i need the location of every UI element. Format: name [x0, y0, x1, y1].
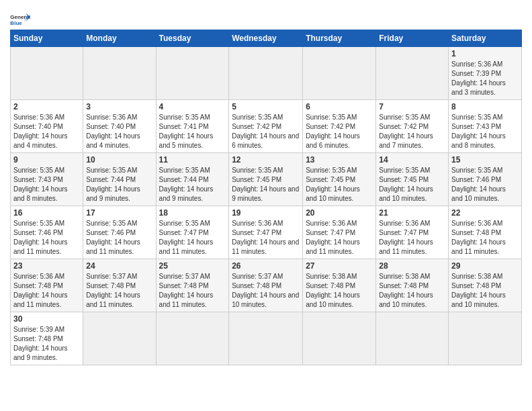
- calendar-cell: 21Sunrise: 5:36 AMSunset: 7:47 PMDayligh…: [376, 206, 449, 259]
- calendar-cell: 30Sunrise: 5:39 AMSunset: 7:48 PMDayligh…: [11, 312, 83, 365]
- calendar-cell: [229, 47, 303, 100]
- day-number: 28: [379, 261, 445, 271]
- calendar-cell: 18Sunrise: 5:35 AMSunset: 7:47 PMDayligh…: [156, 206, 229, 259]
- calendar-cell: [11, 47, 83, 100]
- day-number: 26: [232, 261, 300, 271]
- day-info: Sunrise: 5:38 AMSunset: 7:48 PMDaylight:…: [306, 272, 373, 310]
- calendar-cell: 9Sunrise: 5:35 AMSunset: 7:43 PMDaylight…: [11, 153, 83, 206]
- calendar-cell: 15Sunrise: 5:35 AMSunset: 7:46 PMDayligh…: [449, 153, 522, 206]
- calendar-cell: [303, 312, 376, 365]
- calendar-cell: [376, 312, 449, 365]
- day-number: 16: [13, 208, 80, 218]
- day-number: 5: [232, 102, 300, 111]
- day-info: Sunrise: 5:35 AMSunset: 7:46 PMDaylight:…: [13, 219, 80, 257]
- day-number: 9: [13, 155, 80, 165]
- calendar-cell: [449, 312, 522, 365]
- calendar-cell: 17Sunrise: 5:35 AMSunset: 7:46 PMDayligh…: [83, 206, 156, 259]
- calendar-cell: 12Sunrise: 5:35 AMSunset: 7:45 PMDayligh…: [229, 153, 303, 206]
- day-info: Sunrise: 5:35 AMSunset: 7:43 PMDaylight:…: [13, 166, 80, 203]
- day-info: Sunrise: 5:35 AMSunset: 7:46 PMDaylight:…: [451, 166, 519, 203]
- day-info: Sunrise: 5:38 AMSunset: 7:48 PMDaylight:…: [379, 272, 445, 310]
- day-info: Sunrise: 5:36 AMSunset: 7:48 PMDaylight:…: [451, 219, 519, 257]
- calendar-cell: [229, 312, 303, 365]
- calendar-cell: 26Sunrise: 5:37 AMSunset: 7:48 PMDayligh…: [229, 259, 303, 312]
- calendar-body: 1Sunrise: 5:36 AMSunset: 7:39 PMDaylight…: [11, 47, 522, 365]
- weekday-monday: Monday: [83, 30, 156, 47]
- calendar-cell: 8Sunrise: 5:35 AMSunset: 7:43 PMDaylight…: [449, 100, 522, 153]
- day-info: Sunrise: 5:36 AMSunset: 7:40 PMDaylight:…: [86, 113, 152, 150]
- weekday-wednesday: Wednesday: [229, 30, 303, 47]
- day-number: 6: [306, 102, 373, 111]
- calendar-cell: 20Sunrise: 5:36 AMSunset: 7:47 PMDayligh…: [303, 206, 376, 259]
- day-info: Sunrise: 5:35 AMSunset: 7:44 PMDaylight:…: [86, 166, 152, 203]
- calendar-cell: [156, 47, 229, 100]
- day-number: 12: [232, 155, 300, 165]
- day-number: 20: [306, 208, 373, 218]
- calendar-cell: 23Sunrise: 5:36 AMSunset: 7:48 PMDayligh…: [11, 259, 83, 312]
- calendar-cell: 2Sunrise: 5:36 AMSunset: 7:40 PMDaylight…: [11, 100, 83, 153]
- day-number: 18: [159, 208, 226, 218]
- calendar-cell: 7Sunrise: 5:35 AMSunset: 7:42 PMDaylight…: [376, 100, 449, 153]
- calendar-cell: [83, 312, 156, 365]
- day-number: 24: [86, 261, 152, 271]
- day-info: Sunrise: 5:35 AMSunset: 7:43 PMDaylight:…: [451, 113, 519, 150]
- day-number: 10: [86, 155, 152, 165]
- day-info: Sunrise: 5:35 AMSunset: 7:45 PMDaylight:…: [306, 166, 373, 203]
- calendar-cell: 25Sunrise: 5:37 AMSunset: 7:48 PMDayligh…: [156, 259, 229, 312]
- calendar-week-1: 1Sunrise: 5:36 AMSunset: 7:39 PMDaylight…: [11, 47, 522, 100]
- logo: General Blue: [10, 12, 30, 27]
- day-info: Sunrise: 5:36 AMSunset: 7:47 PMDaylight:…: [379, 219, 445, 257]
- day-info: Sunrise: 5:37 AMSunset: 7:48 PMDaylight:…: [232, 272, 300, 310]
- page-header: General Blue: [10, 7, 522, 27]
- day-info: Sunrise: 5:39 AMSunset: 7:48 PMDaylight:…: [13, 325, 80, 363]
- weekday-sunday: Sunday: [11, 30, 83, 47]
- calendar-cell: 10Sunrise: 5:35 AMSunset: 7:44 PMDayligh…: [83, 153, 156, 206]
- calendar-cell: 22Sunrise: 5:36 AMSunset: 7:48 PMDayligh…: [449, 206, 522, 259]
- day-info: Sunrise: 5:35 AMSunset: 7:44 PMDaylight:…: [159, 166, 226, 203]
- calendar-cell: 5Sunrise: 5:35 AMSunset: 7:42 PMDaylight…: [229, 100, 303, 153]
- day-number: 22: [451, 208, 519, 218]
- day-number: 23: [13, 261, 80, 271]
- day-number: 19: [232, 208, 300, 218]
- day-info: Sunrise: 5:36 AMSunset: 7:48 PMDaylight:…: [13, 272, 80, 310]
- calendar-cell: 4Sunrise: 5:35 AMSunset: 7:41 PMDaylight…: [156, 100, 229, 153]
- calendar-cell: 29Sunrise: 5:38 AMSunset: 7:48 PMDayligh…: [449, 259, 522, 312]
- day-info: Sunrise: 5:37 AMSunset: 7:48 PMDaylight:…: [86, 272, 152, 310]
- day-info: Sunrise: 5:35 AMSunset: 7:42 PMDaylight:…: [306, 113, 373, 150]
- day-info: Sunrise: 5:36 AMSunset: 7:39 PMDaylight:…: [451, 60, 519, 97]
- calendar-cell: [303, 47, 376, 100]
- calendar-cell: 19Sunrise: 5:36 AMSunset: 7:47 PMDayligh…: [229, 206, 303, 259]
- day-number: 8: [451, 102, 519, 111]
- day-info: Sunrise: 5:35 AMSunset: 7:42 PMDaylight:…: [232, 113, 300, 150]
- day-number: 4: [159, 102, 226, 111]
- day-number: 2: [13, 102, 80, 111]
- weekday-tuesday: Tuesday: [156, 30, 229, 47]
- weekday-saturday: Saturday: [449, 30, 522, 47]
- day-number: 15: [451, 155, 519, 165]
- calendar-week-6: 30Sunrise: 5:39 AMSunset: 7:48 PMDayligh…: [11, 312, 522, 365]
- day-number: 11: [159, 155, 226, 165]
- day-number: 7: [379, 102, 445, 111]
- day-number: 29: [451, 261, 519, 271]
- calendar-cell: 6Sunrise: 5:35 AMSunset: 7:42 PMDaylight…: [303, 100, 376, 153]
- calendar-week-3: 9Sunrise: 5:35 AMSunset: 7:43 PMDaylight…: [11, 153, 522, 206]
- day-number: 27: [306, 261, 373, 271]
- calendar-cell: [83, 47, 156, 100]
- calendar-cell: 24Sunrise: 5:37 AMSunset: 7:48 PMDayligh…: [83, 259, 156, 312]
- day-info: Sunrise: 5:35 AMSunset: 7:45 PMDaylight:…: [232, 166, 300, 203]
- calendar-table: SundayMondayTuesdayWednesdayThursdayFrid…: [10, 30, 522, 365]
- day-number: 1: [451, 49, 519, 58]
- day-number: 21: [379, 208, 445, 218]
- day-number: 3: [86, 102, 152, 111]
- day-info: Sunrise: 5:36 AMSunset: 7:47 PMDaylight:…: [306, 219, 373, 257]
- calendar-week-4: 16Sunrise: 5:35 AMSunset: 7:46 PMDayligh…: [11, 206, 522, 259]
- day-info: Sunrise: 5:35 AMSunset: 7:41 PMDaylight:…: [159, 113, 226, 150]
- calendar-cell: [156, 312, 229, 365]
- calendar-cell: 3Sunrise: 5:36 AMSunset: 7:40 PMDaylight…: [83, 100, 156, 153]
- day-info: Sunrise: 5:37 AMSunset: 7:48 PMDaylight:…: [159, 272, 226, 310]
- calendar-cell: 1Sunrise: 5:36 AMSunset: 7:39 PMDaylight…: [449, 47, 522, 100]
- calendar-cell: 28Sunrise: 5:38 AMSunset: 7:48 PMDayligh…: [376, 259, 449, 312]
- calendar-cell: 14Sunrise: 5:35 AMSunset: 7:45 PMDayligh…: [376, 153, 449, 206]
- day-info: Sunrise: 5:38 AMSunset: 7:48 PMDaylight:…: [451, 272, 519, 310]
- day-info: Sunrise: 5:35 AMSunset: 7:45 PMDaylight:…: [379, 166, 445, 203]
